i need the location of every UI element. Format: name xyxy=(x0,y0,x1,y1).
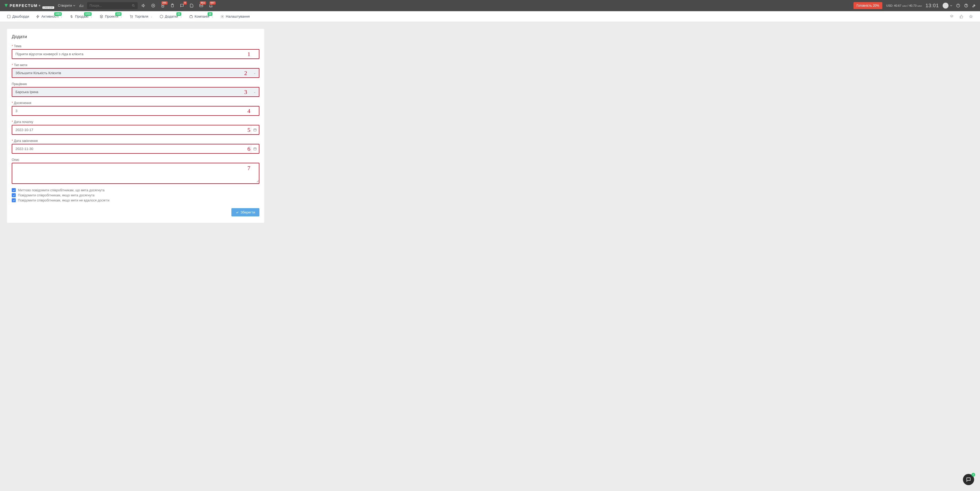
nav-settings[interactable]: Налаштування xyxy=(220,14,250,18)
star-icon[interactable] xyxy=(969,14,973,19)
goal-type-label: Тип мети xyxy=(12,63,259,67)
navbar: Дашборди Активності 1683 ⌄ Продажі 1016 … xyxy=(0,11,980,22)
nav-label: Дашборди xyxy=(12,14,29,18)
logo-mark-icon xyxy=(4,3,8,8)
chevron-down-icon xyxy=(73,5,75,7)
checkbox-label: Миттєво повідомити співробітникам, що ме… xyxy=(18,188,105,192)
nav-dashboards[interactable]: Дашборди xyxy=(7,14,29,18)
chevron-down-icon: ⌄ xyxy=(253,72,256,75)
bell-icon[interactable]: 637 xyxy=(209,3,213,8)
nav-trade[interactable]: Торгівля ⌄ xyxy=(129,14,153,18)
create-label: Створити xyxy=(58,4,72,8)
checkbox-icon xyxy=(12,193,16,197)
checkbox-notify-failed[interactable]: Повідомити співробітникам, якщо мети не … xyxy=(12,198,259,202)
create-dropdown[interactable]: Створити xyxy=(58,4,75,8)
svg-point-13 xyxy=(222,16,223,17)
nav-addons[interactable]: Додатки 22 ⌄ xyxy=(160,14,182,18)
check-icon xyxy=(235,211,239,214)
fx-rates: USD: 40.67 UAH / 40.73 UAH xyxy=(886,4,921,7)
nav-label: Компанія xyxy=(194,14,209,18)
nav-projects[interactable]: Проекти 219 ⌄ xyxy=(100,14,123,18)
layers-small-icon[interactable] xyxy=(950,14,954,19)
nav-label: Торгівля xyxy=(135,14,148,18)
achievement-input[interactable] xyxy=(12,106,259,115)
save-button[interactable]: Зберегти xyxy=(231,208,259,216)
box-icon xyxy=(160,15,163,18)
readiness-button[interactable]: Готовність 20% xyxy=(853,2,883,9)
nav-badge: 1016 xyxy=(84,12,92,16)
employee-value: Барська Ірина xyxy=(16,90,38,94)
nav-activities[interactable]: Активності 1683 ⌄ xyxy=(36,14,63,18)
field-employee: Працівник Барська Ірина ⌄ 3 xyxy=(12,82,259,97)
end-date-input[interactable] xyxy=(12,145,251,153)
inbox-icon[interactable]: 911 xyxy=(199,3,204,8)
goal-type-select[interactable]: Збільшити Кількість Клієнтів ⌄ xyxy=(12,68,259,77)
clipboard-icon[interactable] xyxy=(170,3,175,8)
clock: 13:01 xyxy=(926,3,939,8)
power-icon[interactable] xyxy=(956,3,960,8)
thumbs-up-icon[interactable] xyxy=(959,14,964,19)
avatar-icon xyxy=(943,3,948,8)
checkbox-notify-instant[interactable]: Миттєво повідомити співробітникам, що ме… xyxy=(12,188,259,192)
dollar-icon xyxy=(70,15,73,18)
svg-point-0 xyxy=(132,5,134,6)
user-menu[interactable] xyxy=(943,3,952,8)
bell-badge: 637 xyxy=(210,2,216,5)
end-date-label: Дата закінчення xyxy=(12,139,259,143)
field-goal-type: Тип мети Збільшити Кількість Клієнтів ⌄ … xyxy=(12,63,259,78)
help-icon[interactable] xyxy=(964,3,968,8)
search-input-wrap[interactable] xyxy=(87,2,138,9)
svg-rect-15 xyxy=(254,148,256,150)
description-label: Опис xyxy=(12,158,259,162)
inbox-badge: 911 xyxy=(200,2,206,5)
checkbox-notify-achieved[interactable]: Повідомити співробітникам, якщо мета дос… xyxy=(12,193,259,197)
page: Додати Тема 1 Тип мети Збільшити Кількіс… xyxy=(0,22,980,230)
nav-badge: 18 xyxy=(208,12,212,16)
save-label: Зберегти xyxy=(240,210,255,214)
topbar-icons: 231 4 911 637 xyxy=(142,3,213,8)
message-icon[interactable]: 4 xyxy=(180,3,184,8)
chat-icon[interactable] xyxy=(151,3,155,8)
goal-type-value: Збільшити Кількість Клієнтів xyxy=(16,71,61,75)
stats-icon[interactable] xyxy=(79,3,83,8)
chevron-down-icon xyxy=(950,5,952,7)
search-input[interactable] xyxy=(90,4,132,8)
topbar: PERFECTUM ® CRM+ERP Створити 231 xyxy=(0,0,980,11)
wrench-icon[interactable] xyxy=(972,3,976,8)
start-date-input[interactable] xyxy=(12,126,251,134)
nav-company[interactable]: Компанія 18 ⌄ xyxy=(189,14,213,18)
svg-point-11 xyxy=(132,17,132,18)
calendar-button[interactable] xyxy=(251,145,259,153)
nav-right-icons xyxy=(950,14,973,19)
subject-input[interactable] xyxy=(12,50,259,59)
nav-badge: 219 xyxy=(115,12,121,16)
form-card: Додати Тема 1 Тип мети Збільшити Кількіс… xyxy=(7,29,264,223)
layers-icon xyxy=(100,15,103,18)
nav-badge: 1683 xyxy=(54,12,62,16)
dashboard-icon xyxy=(7,15,11,18)
field-subject: Тема 1 xyxy=(12,44,259,59)
brand-sub: CRM+ERP xyxy=(43,6,54,9)
search-icon xyxy=(132,4,135,7)
description-textarea[interactable] xyxy=(12,163,259,183)
doc-badge: 231 xyxy=(161,2,168,5)
brand-logo[interactable]: PERFECTUM ® xyxy=(4,3,41,8)
sound-icon[interactable] xyxy=(142,3,146,8)
calendar-icon xyxy=(253,147,257,151)
nav-sales[interactable]: Продажі 1016 ⌄ xyxy=(70,14,92,18)
start-date-label: Дата початку xyxy=(12,120,259,124)
field-achievement: Досягнення 4 xyxy=(12,101,259,116)
nav-badge: 22 xyxy=(177,12,181,16)
employee-select[interactable]: Барська Ірина ⌄ xyxy=(12,87,259,96)
chevron-down-icon: ⌄ xyxy=(151,15,153,18)
field-description: Опис 7 xyxy=(12,158,259,184)
field-end-date: Дата закінчення 6 xyxy=(12,139,259,154)
gear-icon xyxy=(220,15,224,18)
checkbox-label: Повідомити співробітникам, якщо мети не … xyxy=(18,199,110,202)
achievement-label: Досягнення xyxy=(12,101,259,105)
cart-icon xyxy=(129,15,133,18)
doc-download-icon[interactable]: 231 xyxy=(161,3,165,8)
file-icon[interactable] xyxy=(189,3,194,8)
checkbox-icon xyxy=(12,198,16,202)
calendar-button[interactable] xyxy=(251,126,259,134)
